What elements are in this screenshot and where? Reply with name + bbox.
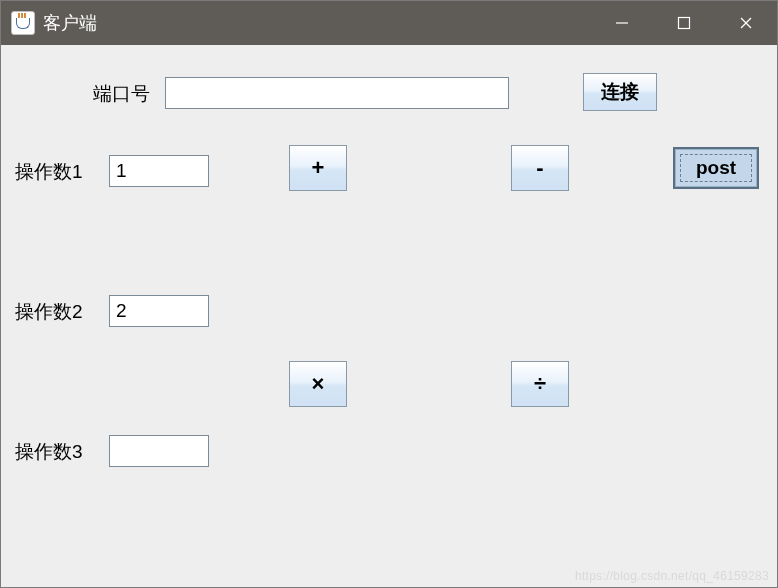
divide-button-label: ÷ — [534, 371, 546, 397]
minimize-button[interactable] — [591, 1, 653, 45]
operand3-input[interactable] — [109, 435, 209, 467]
window-controls — [591, 1, 777, 45]
watermark-text: https://blog.csdn.net/qq_46159283 — [575, 569, 769, 583]
multiply-button-label: × — [312, 371, 325, 397]
connect-button[interactable]: 连接 — [583, 73, 657, 111]
window-title: 客户端 — [43, 11, 97, 35]
port-input[interactable] — [165, 77, 509, 109]
maximize-button[interactable] — [653, 1, 715, 45]
post-button-label: post — [696, 157, 736, 179]
minus-button-label: - — [536, 155, 543, 181]
post-button[interactable]: post — [673, 147, 759, 189]
plus-button-label: + — [312, 155, 325, 181]
operand1-label: 操作数1 — [15, 159, 83, 185]
operand2-label: 操作数2 — [15, 299, 83, 325]
svg-rect-1 — [679, 18, 690, 29]
plus-button[interactable]: + — [289, 145, 347, 191]
minus-button[interactable]: - — [511, 145, 569, 191]
operand1-input[interactable] — [109, 155, 209, 187]
port-label: 端口号 — [93, 81, 150, 107]
operand3-label: 操作数3 — [15, 439, 83, 465]
operand2-input[interactable] — [109, 295, 209, 327]
divide-button[interactable]: ÷ — [511, 361, 569, 407]
close-button[interactable] — [715, 1, 777, 45]
window-frame: 客户端 端口号 连接 操作数1 + — [0, 0, 778, 588]
java-icon — [11, 11, 35, 35]
client-area: 端口号 连接 操作数1 + - post 操作数2 × ÷ 操作数3 h — [1, 45, 777, 587]
connect-button-label: 连接 — [601, 79, 639, 105]
multiply-button[interactable]: × — [289, 361, 347, 407]
title-bar: 客户端 — [1, 1, 777, 45]
